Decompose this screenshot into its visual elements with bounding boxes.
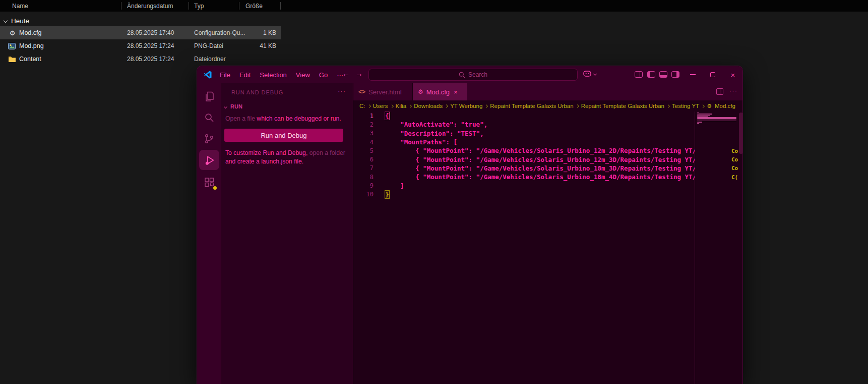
column-divider[interactable] bbox=[189, 2, 189, 10]
tab-mod-cfg[interactable]: ⚙ Mod.cfg × bbox=[413, 83, 467, 100]
minimize-button[interactable] bbox=[683, 66, 703, 83]
breadcrumb-item[interactable]: Testing YT bbox=[672, 103, 699, 109]
search-input[interactable]: Search bbox=[368, 69, 578, 81]
column-divider[interactable] bbox=[239, 2, 239, 10]
code-line[interactable]: 3 "Description": "TEST", bbox=[353, 129, 695, 138]
open-file-message: Open a file which can be debugged or run… bbox=[225, 115, 350, 122]
breadcrumb-item[interactable]: Repaint Template Galaxis Urban bbox=[581, 103, 664, 109]
menu-bar: File Edit Selection View Go ··· bbox=[215, 66, 348, 83]
line-number: 4 bbox=[353, 139, 374, 146]
chevron-right-icon bbox=[484, 104, 488, 107]
editor-ruler bbox=[695, 112, 695, 384]
copilot-icon bbox=[583, 70, 591, 77]
menu-go[interactable]: Go bbox=[315, 71, 332, 79]
toggle-secondary-sidebar-icon[interactable] bbox=[671, 71, 679, 78]
file-name: Mod.cfg bbox=[19, 29, 41, 36]
breadcrumb-item[interactable]: Kilia bbox=[396, 103, 407, 109]
maximize-button[interactable] bbox=[703, 66, 723, 83]
menu-selection[interactable]: Selection bbox=[255, 71, 291, 79]
code-text: { "MountPoint": "/Game/Vehicles/Solaris_… bbox=[385, 147, 695, 154]
code-line[interactable]: 9 ] bbox=[353, 181, 695, 190]
breadcrumb-item[interactable]: Users bbox=[373, 103, 388, 109]
back-icon[interactable]: ← bbox=[342, 69, 350, 78]
search-placeholder: Search bbox=[468, 71, 487, 78]
column-divider[interactable] bbox=[121, 2, 121, 10]
code-line[interactable]: 6 { "MountPoint": "/Game/Vehicles/Solari… bbox=[353, 155, 695, 163]
image-file-icon bbox=[8, 43, 17, 49]
file-row-modpng[interactable]: Mod.png 28.05.2025 17:24 PNG-Datei 41 KB bbox=[0, 39, 281, 52]
vertical-scrollbar[interactable] bbox=[739, 112, 743, 384]
code-line[interactable]: 8 { "MountPoint": "/Game/Vehicles/Solari… bbox=[353, 173, 695, 181]
extensions-icon[interactable] bbox=[199, 172, 219, 192]
vscode-logo-icon bbox=[203, 70, 212, 79]
chevron-right-icon bbox=[408, 104, 412, 107]
column-header-size[interactable]: Größe bbox=[245, 3, 263, 10]
code-line[interactable]: 5 { "MountPoint": "/Game/Vehicles/Solari… bbox=[353, 146, 695, 155]
maximize-icon bbox=[710, 72, 715, 77]
code-line[interactable]: 7 { "MountPoint": "/Game/Vehicles/Solari… bbox=[353, 164, 695, 173]
menu-edit[interactable]: Edit bbox=[235, 71, 255, 79]
explorer-view-icon[interactable] bbox=[199, 86, 219, 106]
file-date: 28.05.2025 17:24 bbox=[127, 42, 174, 49]
folder-date: 28.05.2025 17:24 bbox=[127, 56, 174, 63]
open-file-rest: which can be debugged or run. bbox=[255, 115, 341, 122]
activity-bar bbox=[197, 83, 221, 384]
explorer-group-header[interactable]: Heute bbox=[0, 16, 29, 26]
code-line[interactable]: 4 "MountPaths": [ bbox=[353, 138, 695, 146]
code-text: { "MountPoint": "/Game/Vehicles/Solaris_… bbox=[385, 173, 695, 181]
gear-icon: ⚙ bbox=[707, 103, 712, 109]
code-line[interactable]: 10 } bbox=[353, 190, 695, 199]
breadcrumb-item[interactable]: Mod.cfg bbox=[715, 103, 735, 109]
run-and-debug-icon[interactable] bbox=[199, 150, 219, 170]
menu-file[interactable]: File bbox=[215, 71, 235, 79]
chevron-down-icon bbox=[593, 72, 597, 75]
minimize-icon bbox=[690, 74, 696, 75]
explorer-column-header-bar: Name Änderungsdatum Typ Größe bbox=[0, 0, 868, 12]
line-number: 8 bbox=[353, 174, 374, 181]
column-divider[interactable] bbox=[280, 2, 281, 10]
chevron-right-icon bbox=[445, 104, 448, 107]
copilot-menu[interactable] bbox=[583, 70, 596, 77]
breadcrumb-item[interactable]: Downloads bbox=[414, 103, 443, 109]
code-editor[interactable]: 1 { 2 "AutoActivate": "true", 3 "Descrip… bbox=[353, 112, 695, 384]
column-header-name[interactable]: Name bbox=[12, 3, 28, 10]
chevron-right-icon bbox=[367, 104, 370, 107]
close-button[interactable]: × bbox=[723, 66, 743, 83]
line-number: 1 bbox=[353, 113, 374, 120]
folder-row-content[interactable]: Content 28.05.2025 17:24 Dateiordner bbox=[0, 52, 281, 66]
line-number: 9 bbox=[353, 182, 374, 189]
panel-title: RUN AND DEBUG bbox=[231, 89, 283, 95]
gear-icon: ⚙ bbox=[418, 88, 423, 95]
customize-layout-icon[interactable] bbox=[635, 71, 643, 78]
column-header-type[interactable]: Typ bbox=[194, 3, 204, 10]
source-control-icon[interactable] bbox=[199, 129, 219, 149]
editor-more-icon[interactable]: ··· bbox=[729, 87, 737, 94]
breadcrumb-item[interactable]: Repaint Template Galaxis Urban bbox=[490, 103, 573, 109]
code-text: { bbox=[385, 112, 389, 120]
run-and-debug-button[interactable]: Run and Debug bbox=[224, 129, 343, 142]
file-size: 1 KB bbox=[242, 29, 276, 36]
code-line[interactable]: 1 { bbox=[353, 112, 695, 120]
line-number: 10 bbox=[353, 191, 374, 198]
file-row-modcfg[interactable]: ⚙ Mod.cfg 28.05.2025 17:40 Configuration… bbox=[0, 26, 281, 39]
tab-close-icon[interactable]: × bbox=[454, 88, 458, 96]
split-editor-icon[interactable] bbox=[716, 88, 723, 95]
folder-name: Content bbox=[19, 56, 41, 63]
toggle-panel-icon[interactable] bbox=[659, 71, 667, 78]
search-view-icon[interactable] bbox=[199, 107, 219, 128]
line-number: 7 bbox=[353, 164, 374, 172]
breadcrumb-item[interactable]: C: bbox=[359, 103, 365, 109]
toggle-primary-sidebar-icon[interactable] bbox=[647, 71, 655, 78]
breadcrumb-item[interactable]: YT Werbung bbox=[450, 103, 482, 109]
code-line[interactable]: 2 "AutoActivate": "true", bbox=[353, 120, 695, 129]
tab-server-html[interactable]: <> Server.html bbox=[353, 83, 413, 100]
menu-view[interactable]: View bbox=[291, 71, 315, 79]
run-section-header[interactable]: RUN bbox=[224, 103, 242, 109]
column-header-date[interactable]: Änderungsdatum bbox=[127, 3, 173, 10]
panel-more-icon[interactable]: ··· bbox=[338, 87, 346, 95]
open-folder-link[interactable]: open a folder bbox=[309, 149, 345, 156]
minimap[interactable] bbox=[697, 113, 739, 124]
scrollbar-thumb[interactable] bbox=[739, 113, 743, 154]
forward-icon[interactable]: → bbox=[355, 69, 363, 78]
open-file-link[interactable]: Open a file bbox=[225, 115, 255, 122]
